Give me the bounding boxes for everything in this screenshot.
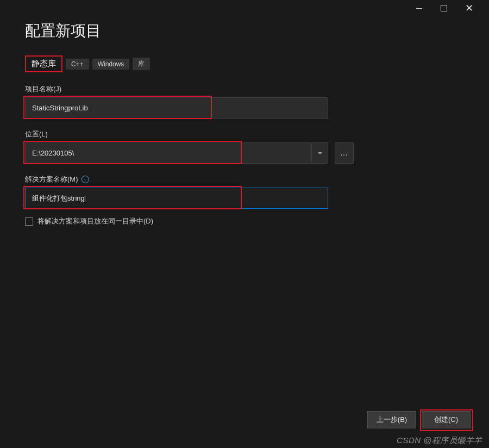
same-directory-checkbox[interactable] xyxy=(25,217,33,226)
template-tag-row: 静态库 C++ Windows 库 xyxy=(25,55,464,72)
template-tag-cpp: C++ xyxy=(66,59,89,70)
template-name: 静态库 xyxy=(25,55,62,72)
project-name-group: 项目名称(J) xyxy=(25,84,464,119)
info-icon[interactable]: i xyxy=(82,176,89,183)
project-name-input[interactable] xyxy=(25,97,328,119)
template-tag-library: 库 xyxy=(133,58,150,70)
location-input[interactable] xyxy=(25,142,312,164)
solution-name-group: 解决方案名称(M) i 组件化打包string 将解决方案和项目放在同一目录中(… xyxy=(25,175,464,226)
dialog-footer: 上一步(B) 创建(C) xyxy=(367,411,471,428)
window-minimize-button[interactable] xyxy=(406,0,431,16)
location-browse-button[interactable]: ... xyxy=(335,142,354,164)
template-tag-windows: Windows xyxy=(92,59,130,70)
location-group: 位置(L) ... xyxy=(25,129,464,164)
same-directory-row: 将解决方案和项目放在同一目录中(D) xyxy=(25,216,464,226)
window-close-button[interactable]: ✕ xyxy=(456,0,481,16)
same-directory-label: 将解决方案和项目放在同一目录中(D) xyxy=(37,216,153,226)
back-button[interactable]: 上一步(B) xyxy=(367,411,416,428)
location-label: 位置(L) xyxy=(25,129,464,139)
solution-name-label-text: 解决方案名称(M) xyxy=(25,175,78,184)
create-button[interactable]: 创建(C) xyxy=(422,411,471,428)
solution-name-input[interactable]: 组件化打包string xyxy=(25,188,328,209)
dialog-content: 配置新项目 静态库 C++ Windows 库 项目名称(J) 位置(L) ..… xyxy=(0,16,489,226)
solution-name-label: 解决方案名称(M) i xyxy=(25,175,464,184)
watermark-text: CSDN @程序员懒羊羊 xyxy=(397,435,482,446)
project-name-label: 项目名称(J) xyxy=(25,84,464,94)
window-maximize-button[interactable] xyxy=(431,0,456,16)
window-titlebar: ✕ xyxy=(0,0,489,16)
location-dropdown-icon[interactable] xyxy=(312,142,328,164)
page-title: 配置新项目 xyxy=(25,21,464,41)
